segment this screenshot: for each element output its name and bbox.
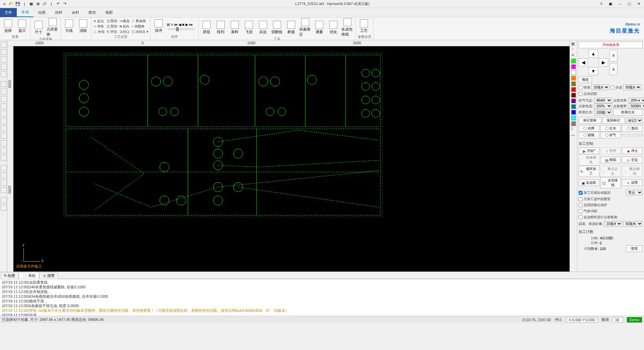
color-swatch-9[interactable] — [571, 110, 576, 115]
menu-draw[interactable]: 绘图 — [34, 8, 50, 17]
proc-1-2[interactable]: ▷空走 — [622, 157, 643, 163]
lead-button[interactable]: 引线 — [63, 19, 75, 33]
tool-2[interactable]: 靠料 — [229, 21, 241, 35]
radio-ext[interactable] — [622, 134, 643, 136]
reverse[interactable]: ⇆ 反向 — [119, 24, 130, 29]
color-swatch-10[interactable] — [571, 116, 576, 120]
auto-return-checkbox[interactable] — [579, 191, 583, 195]
tool-5[interactable]: 切断线 — [271, 21, 283, 35]
color-swatch-4[interactable] — [571, 81, 576, 86]
step-checkbox[interactable] — [610, 85, 614, 90]
sort-stop-icon[interactable]: ■ — [182, 22, 184, 27]
link-icon[interactable]: 🔗 — [42, 1, 48, 7]
node-tool-icon[interactable] — [1, 49, 7, 55]
slot-tool-icon[interactable] — [1, 155, 7, 161]
fast-checkbox[interactable] — [579, 85, 583, 90]
ellipse-tool-icon[interactable] — [1, 118, 7, 124]
radio-1-1[interactable]: 吹气 — [600, 132, 621, 138]
z-down-button[interactable]: ⇊ — [609, 63, 618, 75]
color-swatch-11[interactable] — [571, 121, 576, 126]
proc-2-0[interactable]: ↻循环加工 — [579, 166, 599, 177]
back-speed-select[interactable]: 50毫米/s ▾ — [623, 221, 643, 227]
tool-9[interactable]: 优化 — [327, 21, 339, 35]
fillet[interactable]: ⌐ 倒圆角 — [131, 24, 148, 29]
redo-icon[interactable]: ↷ — [62, 1, 68, 7]
proc-0-0[interactable]: ▶开始* — [579, 148, 599, 154]
tool-6[interactable]: 桥接 — [285, 21, 297, 35]
dock[interactable]: ⊹ 停靠 — [94, 24, 105, 29]
maximize-icon[interactable]: ▢ — [625, 1, 633, 7]
rect-tool-icon[interactable] — [1, 125, 7, 131]
undo-icon[interactable]: ↶ — [55, 1, 61, 7]
soft-limit-checkbox[interactable] — [579, 203, 583, 207]
color-swatch-3[interactable] — [571, 76, 576, 80]
gas-flush-checkbox[interactable] — [579, 209, 583, 213]
compensate[interactable]: △ 补偿 — [94, 30, 105, 34]
tool-8[interactable]: 测量 — [313, 21, 325, 35]
preview-button[interactable]: 预览 — [579, 76, 592, 83]
ring-cut[interactable]: ↻ 环切 — [107, 30, 117, 34]
precise-light-button[interactable]: 精准出光 — [613, 109, 643, 116]
more-tool-icon[interactable] — [1, 197, 7, 203]
radio-1-0[interactable]: 跟随 — [579, 132, 599, 138]
proc-2-1[interactable]: ⊹断点定位 — [600, 166, 621, 177]
inner-cut[interactable]: ◫ 阴切 — [107, 24, 117, 29]
outer-cut[interactable]: ◫ 阳切 — [107, 19, 117, 23]
text-tool-icon[interactable] — [1, 148, 7, 154]
manage-button[interactable]: 管理 — [626, 245, 643, 252]
mark-coord-button[interactable]: 标记坐标 — [579, 117, 601, 124]
seal[interactable]: ⊐ 封口 — [119, 30, 130, 34]
mark-select[interactable]: 标记1 ▾ — [626, 118, 643, 123]
tool-0[interactable]: 群组 — [201, 21, 213, 35]
only-selected-checkbox[interactable] — [579, 197, 583, 201]
sort-first-icon[interactable]: ⏮ — [174, 22, 177, 27]
tool-3[interactable]: 飞切 — [243, 21, 255, 35]
transform-button[interactable]: 几何变换 — [47, 18, 59, 37]
fast-select[interactable]: 20毫米 ▾ — [591, 84, 609, 90]
origin-select[interactable]: 零点 — [626, 190, 643, 195]
sort-next-icon[interactable]: ▶ — [185, 22, 188, 27]
menu-view[interactable]: 视图 — [101, 8, 117, 17]
jog-up[interactable]: ▲ — [589, 50, 598, 58]
layer-marker-icon[interactable]: ▥ — [571, 42, 576, 46]
proc-3-2[interactable]: ↖回零 — [622, 179, 643, 186]
cool-point[interactable]: ▢ 冷却点 ▾ — [131, 30, 148, 34]
craft-button[interactable]: 工艺 — [358, 19, 370, 33]
pan-tool-icon[interactable] — [1, 56, 7, 62]
measure-tool-icon[interactable] — [1, 187, 7, 193]
layer-tool-icon[interactable] — [1, 165, 7, 171]
dot-cut-checkbox[interactable] — [579, 92, 583, 96]
save-icon[interactable]: 💾 — [15, 1, 21, 7]
line-tool-icon[interactable] — [1, 89, 7, 95]
proc-0-1[interactable]: ⏸暂停 — [600, 148, 621, 154]
point-tool-icon[interactable] — [1, 81, 7, 87]
back-dist-select[interactable]: 10毫米 ▾ — [604, 221, 622, 227]
sort-slider[interactable] — [168, 28, 195, 30]
jog-down[interactable]: ▼ — [589, 67, 598, 75]
return-mark-button[interactable]: 返回标记 — [602, 117, 625, 124]
sort-list-icon[interactable]: ≡ — [171, 22, 173, 27]
micro-joint[interactable]: ⇥ 微连 — [119, 19, 130, 23]
color-swatch-8[interactable] — [571, 104, 576, 109]
color-swatch-1[interactable] — [571, 64, 576, 69]
menu-cnc[interactable]: 数控 — [84, 8, 101, 17]
sort-play-icon[interactable]: ◀ — [178, 22, 181, 27]
sort-prev-icon[interactable]: ⊞ — [167, 22, 170, 27]
radio-0-0[interactable]: 光闸 — [579, 125, 599, 132]
jog-left[interactable]: ◀ — [579, 58, 588, 66]
layer-x-icon[interactable]: ✕ — [571, 53, 576, 58]
align-tool-icon[interactable] — [1, 180, 7, 186]
radio-0-1[interactable]: 红光 — [600, 125, 621, 132]
hand-tool-icon[interactable] — [1, 64, 7, 70]
start-point[interactable]: ⊕ 起点 — [94, 19, 105, 23]
menu-common[interactable]: 常用 — [17, 8, 34, 17]
sort-button[interactable]: 排序 — [153, 19, 165, 33]
release-angle[interactable]: ◇ 释放角 — [131, 19, 148, 23]
frame-dot-checkbox[interactable] — [579, 215, 583, 219]
clear-button[interactable]: 清除 — [77, 19, 89, 33]
minimize-icon[interactable]: ─ — [616, 1, 624, 7]
color-swatch-5[interactable] — [571, 87, 576, 92]
param-1-b[interactable]: 5000Hz ▾ — [629, 103, 644, 109]
coord-system-select[interactable]: 浮动坐标系 — [579, 42, 643, 48]
color-swatch-6[interactable] — [571, 93, 576, 98]
